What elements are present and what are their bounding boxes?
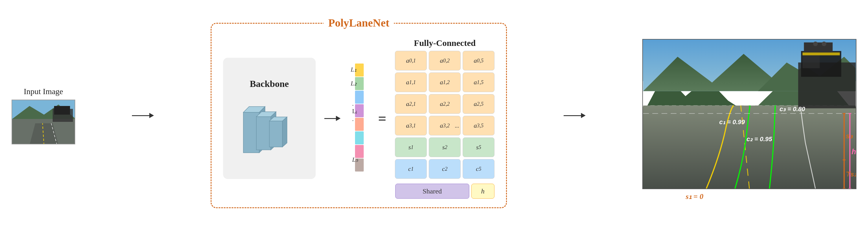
svg-text:L₂: L₂ bbox=[350, 80, 357, 87]
svg-rect-21 bbox=[355, 118, 364, 131]
arrow-head-3 bbox=[581, 113, 586, 118]
svg-text:·: · bbox=[352, 117, 354, 124]
arrow-3 bbox=[564, 113, 586, 118]
input-image bbox=[11, 100, 75, 144]
svg-text:⊤s₂: ⊤s₂ bbox=[845, 171, 856, 178]
fc-cell-a02: a0,2 bbox=[429, 51, 461, 71]
h-cell: h bbox=[471, 184, 494, 199]
fc-cell-s5: s5 bbox=[463, 138, 494, 157]
svg-text:c₃ = 0.80: c₃ = 0.80 bbox=[779, 105, 805, 113]
shared-cell: Shared bbox=[395, 184, 469, 199]
feature-vector-svg: L₁ L₂ · Lⱼ · L₅ bbox=[349, 64, 370, 173]
main-container: Input Image bbox=[0, 0, 868, 231]
svg-point-42 bbox=[813, 42, 818, 46]
fc-cell-a32: a3,2 ... bbox=[429, 116, 461, 136]
fc-cell-a05: a0,5 bbox=[463, 51, 494, 71]
fc-cell-a25: a2,5 bbox=[463, 94, 494, 114]
s1-label: s₁ = 0 bbox=[686, 192, 703, 201]
backbone-box: Backbone bbox=[223, 58, 316, 179]
input-section: Input Image bbox=[11, 87, 75, 144]
svg-text:c₁ = 0.99: c₁ = 0.99 bbox=[719, 118, 745, 126]
backbone-label: Backbone bbox=[250, 79, 289, 89]
fc-cell-a22: a2,2 bbox=[429, 94, 461, 114]
arrow-2 bbox=[324, 116, 341, 121]
fc-cell-a11: a1,1 bbox=[395, 73, 427, 92]
svg-marker-34 bbox=[643, 105, 856, 189]
input-label: Input Image bbox=[24, 87, 63, 96]
fc-cell-c5: c5 bbox=[463, 159, 494, 179]
fc-cell-c2: c2 bbox=[429, 159, 461, 179]
arrow-1 bbox=[132, 113, 154, 118]
svg-rect-19 bbox=[355, 91, 364, 104]
svg-text:L₁: L₁ bbox=[350, 66, 357, 73]
fc-bottom-row: Shared h bbox=[395, 184, 494, 199]
arrow-head-1 bbox=[149, 113, 154, 118]
equals-sign: = bbox=[378, 110, 386, 127]
fc-cell-s1: s1 bbox=[395, 138, 427, 157]
svg-rect-39 bbox=[803, 54, 820, 69]
input-road-svg bbox=[12, 100, 75, 144]
fc-cell-a12: a1,2 bbox=[429, 73, 461, 92]
arrow-line-1 bbox=[132, 115, 149, 116]
svg-text:L₅: L₅ bbox=[352, 156, 359, 163]
fc-section: Fully-Connected a0,1 a0,2 a0,5 a1,1 a1,2… bbox=[395, 38, 494, 199]
fc-cell-a31: a3,1 bbox=[395, 116, 427, 136]
svg-rect-40 bbox=[803, 52, 840, 55]
fc-cell-a35: a3,5 bbox=[463, 116, 494, 136]
output-section: c₁ = 0.99 c₂ = 0.95 c₃ = 0.80 h s₃ bbox=[642, 39, 857, 192]
svg-rect-22 bbox=[355, 131, 364, 144]
inner-row: Backbone bbox=[223, 38, 495, 199]
fc-cell-a01: a0,1 bbox=[395, 51, 427, 71]
svg-rect-7 bbox=[54, 106, 70, 115]
feature-vector: L₁ L₂ · Lⱼ · L₅ bbox=[349, 64, 370, 173]
fc-cell-s2: s2 bbox=[429, 138, 461, 157]
arrow-line-2 bbox=[324, 118, 336, 119]
polylanenet-title: PolyLaneNet bbox=[323, 16, 394, 29]
fc-cell-c1: c1 bbox=[395, 159, 427, 179]
svg-text:h: h bbox=[851, 148, 856, 156]
svg-marker-16 bbox=[282, 117, 287, 147]
fc-cell-a15: a1,5 bbox=[463, 73, 494, 92]
svg-text:s₃: s₃ bbox=[846, 132, 853, 140]
fc-title: Fully-Connected bbox=[414, 38, 476, 48]
output-image: c₁ = 0.99 c₂ = 0.95 c₃ = 0.80 h s₃ bbox=[642, 39, 857, 189]
svg-point-43 bbox=[822, 42, 826, 46]
svg-rect-41 bbox=[804, 42, 833, 52]
arrow-line-3 bbox=[564, 115, 581, 116]
polylanenet-box: PolyLaneNet Backbone bbox=[211, 23, 507, 208]
svg-rect-11 bbox=[256, 117, 271, 150]
output-scene-svg: c₁ = 0.99 c₂ = 0.95 c₃ = 0.80 h s₃ bbox=[643, 40, 856, 189]
svg-text:c₂ = 0.95: c₂ = 0.95 bbox=[746, 136, 772, 143]
arrow-head-2 bbox=[336, 116, 341, 121]
backbone-blocks-svg bbox=[241, 95, 298, 158]
svg-text:Lⱼ: Lⱼ bbox=[352, 107, 357, 115]
svg-rect-14 bbox=[269, 121, 282, 147]
fc-grid: a0,1 a0,2 a0,5 a1,1 a1,2 a1,5 a2,1 a2,2 … bbox=[395, 51, 494, 179]
fc-cell-a21: a2,1 bbox=[395, 94, 427, 114]
